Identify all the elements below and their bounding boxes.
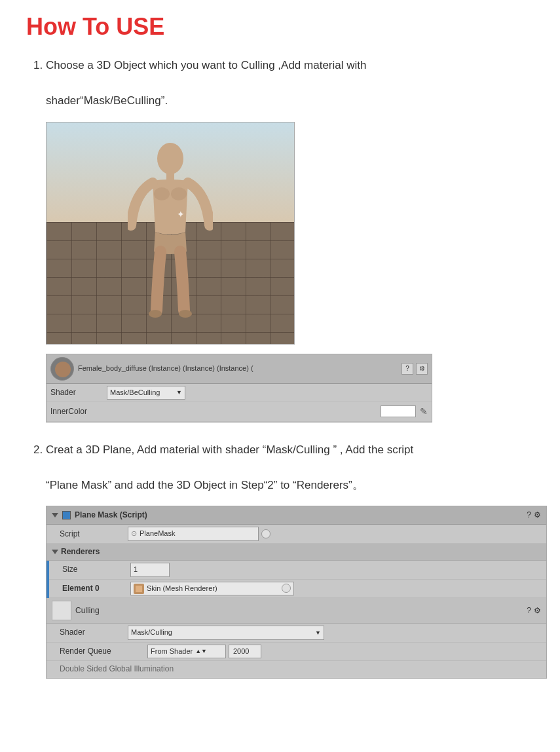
culling-panel: Culling ? ⚙ Shader Mask/Culling ▼ bbox=[47, 598, 546, 677]
panel1-header: Female_body_diffuse (Instance) (Instance… bbox=[47, 354, 432, 384]
culling-shader-label: Shader bbox=[60, 626, 125, 639]
script-value-field: ⊙ PlaneMask bbox=[128, 527, 259, 541]
element0-circle[interactable] bbox=[282, 584, 291, 593]
script-help-icon[interactable]: ? bbox=[527, 509, 531, 521]
step-1-line2: shader“Mask/BeCulling”. bbox=[46, 94, 168, 107]
size-row: Size 1 bbox=[47, 561, 546, 580]
script-label: Script bbox=[60, 528, 125, 540]
render-queue-label: Render Queue bbox=[60, 645, 145, 658]
svg-point-4 bbox=[149, 310, 162, 318]
culling-thumb bbox=[52, 601, 71, 620]
size-row-wrap: Size 1 bbox=[47, 561, 546, 580]
step-2: Creat a 3D Plane, Add material with shad… bbox=[46, 441, 534, 679]
female-figure: ✦ bbox=[128, 140, 213, 330]
element0-row-wrap: Element 0 Skin (Mesh Renderer) bbox=[47, 580, 546, 599]
shader-row: Shader Mask/BeCulling ▼ bbox=[47, 384, 432, 403]
collapse-icon[interactable] bbox=[52, 513, 58, 517]
panel1-title: Female_body_diffuse (Instance) (Instance… bbox=[78, 363, 398, 375]
culling-shader-value: Mask/Culling bbox=[131, 627, 172, 639]
culling-help-icon[interactable]: ? bbox=[527, 605, 531, 617]
size-value: 1 bbox=[130, 563, 170, 577]
script-settings-icon[interactable]: ⚙ bbox=[534, 509, 541, 521]
shader-dropdown[interactable]: Mask/BeCulling ▼ bbox=[107, 386, 185, 400]
script-title: Plane Mask (Script) bbox=[75, 509, 147, 521]
innercolor-row: InnerColor ✎ bbox=[47, 402, 432, 421]
color-swatch[interactable] bbox=[381, 405, 416, 417]
double-sided-row: Double Sided Global Illumination bbox=[47, 661, 546, 677]
element0-label: Element 0 bbox=[62, 582, 128, 595]
culling-shader-row: Shader Mask/Culling ▼ bbox=[47, 624, 546, 643]
page-title: How To USE bbox=[26, 13, 534, 41]
script-circle[interactable] bbox=[261, 529, 271, 538]
svg-point-2 bbox=[154, 187, 170, 200]
svg-text:✦: ✦ bbox=[177, 209, 185, 219]
shader-value: Mask/BeCulling bbox=[110, 387, 160, 399]
step-1-line1: Choose a 3D Object which you want to Cul… bbox=[46, 59, 366, 71]
panel1-icons: ? ⚙ bbox=[401, 363, 428, 375]
blue-accent-bar bbox=[47, 561, 49, 580]
size-number: 1 bbox=[134, 565, 138, 573]
pencil-icon[interactable]: ✎ bbox=[420, 404, 428, 419]
element0-row: Element 0 Skin (Mesh Renderer) bbox=[47, 580, 546, 599]
svg-point-0 bbox=[157, 143, 183, 174]
avatar-icon bbox=[50, 357, 74, 381]
enabled-checkbox[interactable] bbox=[62, 511, 71, 519]
blue-accent-bar-2 bbox=[47, 580, 49, 599]
step-2-line1: Creat a 3D Plane, Add material with shad… bbox=[46, 443, 413, 456]
svg-rect-8 bbox=[136, 586, 142, 592]
innercolor-label: InnerColor bbox=[50, 405, 103, 418]
material-panel-1: Female_body_diffuse (Instance) (Instance… bbox=[46, 354, 432, 423]
renderers-header: Renderers bbox=[47, 544, 546, 561]
render-queue-value: From Shader bbox=[151, 646, 193, 658]
render-queue-dropdown[interactable]: From Shader ▲▼ bbox=[147, 645, 226, 659]
render-queue-number[interactable]: 2000 bbox=[229, 645, 261, 659]
culling-header: Culling ? ⚙ bbox=[47, 598, 546, 624]
script-panel-header: Plane Mask (Script) ? ⚙ bbox=[47, 506, 546, 525]
svg-point-5 bbox=[179, 310, 192, 318]
rq-arrow: ▲▼ bbox=[195, 647, 207, 656]
header-icons: ? ⚙ bbox=[527, 509, 541, 521]
model-image: ✦ bbox=[46, 122, 295, 345]
double-sided-label: Double Sided Global Illumination bbox=[60, 663, 174, 675]
element0-value: Skin (Mesh Renderer) bbox=[147, 583, 217, 595]
step-2-line2: “Plane Mask” and add the 3D Object in St… bbox=[46, 479, 364, 491]
svg-rect-1 bbox=[166, 172, 174, 181]
script-row: Script ⊙ PlaneMask bbox=[47, 525, 546, 544]
culling-label: Culling bbox=[75, 605, 100, 617]
settings-icon[interactable]: ⚙ bbox=[416, 363, 428, 375]
step-1: Choose a 3D Object which you want to Cul… bbox=[46, 56, 534, 423]
shader-arrow: ▼ bbox=[315, 628, 321, 637]
step-2-text: Creat a 3D Plane, Add material with shad… bbox=[46, 441, 534, 495]
dropdown-arrow: ▼ bbox=[176, 388, 182, 397]
culling-shader-dropdown[interactable]: Mask/Culling ▼ bbox=[128, 626, 324, 640]
shader-label: Shader bbox=[50, 386, 103, 399]
help-icon[interactable]: ? bbox=[401, 363, 413, 375]
culling-icons: ? ⚙ bbox=[527, 605, 541, 617]
element0-dropdown[interactable]: Skin (Mesh Renderer) bbox=[130, 582, 294, 596]
script-panel: Plane Mask (Script) ? ⚙ Script ⊙ PlaneMa… bbox=[46, 506, 547, 679]
renderers-label: Renderers bbox=[61, 546, 100, 558]
svg-point-3 bbox=[171, 187, 187, 200]
skin-thumb-icon bbox=[134, 583, 144, 595]
script-value: PlaneMask bbox=[140, 528, 175, 540]
size-label: Size bbox=[62, 563, 128, 576]
checkbox-wrap bbox=[62, 511, 71, 519]
culling-settings-icon[interactable]: ⚙ bbox=[534, 605, 541, 617]
renderers-collapse[interactable] bbox=[52, 550, 58, 554]
render-queue-row: Render Queue From Shader ▲▼ 2000 bbox=[47, 643, 546, 662]
step-1-text: Choose a 3D Object which you want to Cul… bbox=[46, 56, 534, 110]
